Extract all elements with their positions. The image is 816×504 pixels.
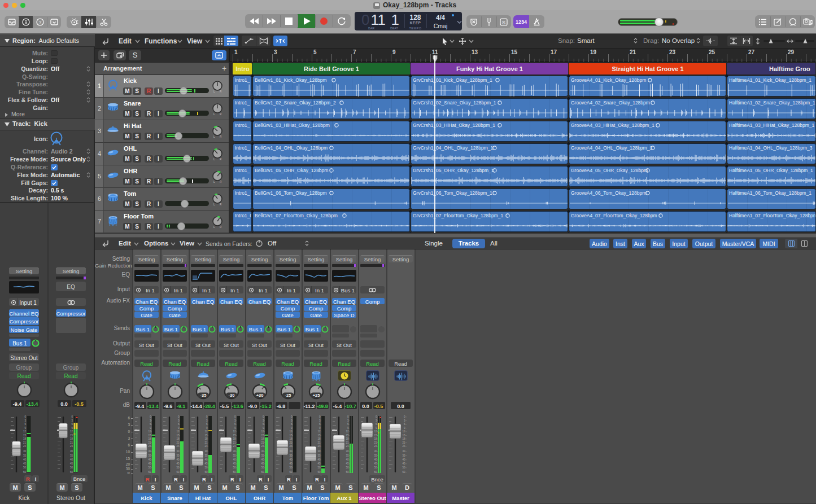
- svg-text:21: 21: [374, 441, 377, 444]
- svg-text:6: 6: [234, 423, 236, 426]
- svg-text:40: 40: [261, 458, 264, 461]
- svg-text:0: 0: [376, 415, 377, 418]
- svg-text:45: 45: [289, 462, 293, 465]
- svg-text:60: 60: [402, 471, 405, 474]
- svg-text:60: 60: [233, 471, 236, 474]
- svg-text:18: 18: [346, 437, 349, 440]
- svg-text:40: 40: [402, 458, 405, 461]
- svg-text:9: 9: [150, 427, 151, 430]
- svg-text:15: 15: [374, 434, 377, 437]
- svg-text:6: 6: [319, 423, 321, 426]
- svg-text:9: 9: [376, 427, 377, 430]
- svg-text:15: 15: [261, 434, 264, 437]
- svg-text:L: L: [213, 181, 215, 183]
- svg-text:3: 3: [71, 419, 73, 422]
- svg-text:30: 30: [70, 450, 73, 453]
- svg-text:12: 12: [23, 430, 27, 433]
- svg-text:9: 9: [71, 427, 73, 430]
- svg-text:50: 50: [402, 466, 405, 469]
- svg-text:35: 35: [23, 454, 27, 457]
- svg-text:6: 6: [150, 423, 151, 426]
- svg-text:6: 6: [24, 423, 26, 426]
- svg-text:24: 24: [204, 445, 208, 448]
- svg-text:18: 18: [374, 437, 377, 440]
- svg-text:45: 45: [23, 462, 27, 465]
- svg-text:9: 9: [319, 427, 321, 430]
- svg-text:18: 18: [148, 437, 151, 440]
- svg-text:50: 50: [70, 466, 73, 469]
- svg-text:R: R: [220, 181, 222, 183]
- svg-text:12: 12: [176, 430, 180, 433]
- svg-text:24: 24: [233, 445, 236, 448]
- svg-text:60: 60: [176, 471, 180, 474]
- svg-text:60: 60: [289, 471, 293, 474]
- svg-text:3: 3: [178, 419, 180, 422]
- svg-text:18: 18: [317, 437, 321, 440]
- svg-text:15: 15: [176, 434, 180, 437]
- svg-text:30: 30: [233, 450, 236, 453]
- svg-text:9: 9: [178, 427, 180, 430]
- svg-text:12: 12: [317, 430, 321, 433]
- svg-text:45: 45: [148, 462, 151, 465]
- svg-text:35: 35: [148, 454, 151, 457]
- svg-text:15: 15: [402, 434, 405, 437]
- svg-text:L: L: [213, 113, 215, 116]
- svg-text:24: 24: [176, 445, 180, 448]
- svg-text:18: 18: [70, 437, 73, 440]
- svg-text:40: 40: [148, 458, 151, 461]
- svg-text:35: 35: [402, 454, 405, 457]
- svg-text:30: 30: [374, 450, 377, 453]
- svg-text:12: 12: [148, 430, 151, 433]
- svg-text:0: 0: [24, 415, 26, 418]
- svg-text:24: 24: [402, 445, 405, 448]
- svg-text:9: 9: [347, 427, 349, 430]
- svg-text:0: 0: [291, 415, 293, 418]
- svg-text:18: 18: [176, 437, 180, 440]
- svg-text:R: R: [220, 226, 222, 229]
- svg-text:21: 21: [204, 441, 208, 444]
- svg-text:35: 35: [317, 454, 321, 457]
- svg-text:45: 45: [261, 462, 264, 465]
- svg-text:3: 3: [319, 419, 321, 422]
- svg-text:35: 35: [261, 454, 264, 457]
- svg-text:L: L: [213, 90, 215, 93]
- svg-text:45: 45: [374, 462, 377, 465]
- svg-text:15: 15: [23, 434, 27, 437]
- svg-text:21: 21: [289, 441, 293, 444]
- svg-text:35: 35: [346, 454, 349, 457]
- svg-text:6: 6: [291, 423, 293, 426]
- svg-text:9: 9: [263, 427, 264, 430]
- svg-text:21: 21: [23, 441, 27, 444]
- svg-text:18: 18: [289, 437, 293, 440]
- svg-text:0: 0: [206, 415, 208, 418]
- svg-text:60: 60: [346, 471, 349, 474]
- svg-text:50: 50: [261, 466, 264, 469]
- svg-text:3: 3: [24, 419, 26, 422]
- svg-text:21: 21: [261, 441, 264, 444]
- svg-text:60: 60: [317, 471, 321, 474]
- svg-text:6: 6: [206, 423, 208, 426]
- svg-text:30: 30: [317, 450, 321, 453]
- svg-text:15: 15: [317, 434, 321, 437]
- svg-text:6: 6: [347, 423, 349, 426]
- svg-text:35: 35: [176, 454, 180, 457]
- svg-text:24: 24: [148, 445, 151, 448]
- svg-text:15: 15: [148, 434, 151, 437]
- svg-text:0: 0: [234, 415, 236, 418]
- svg-text:40: 40: [374, 458, 377, 461]
- svg-text:6: 6: [404, 423, 405, 426]
- svg-text:9: 9: [24, 427, 26, 430]
- svg-text:0: 0: [263, 415, 264, 418]
- svg-text:9: 9: [291, 427, 293, 430]
- svg-text:45: 45: [233, 462, 236, 465]
- svg-text:45: 45: [346, 462, 349, 465]
- svg-text:24: 24: [346, 445, 349, 448]
- svg-text:3: 3: [263, 419, 264, 422]
- svg-text:3: 3: [291, 419, 293, 422]
- svg-text:35: 35: [289, 454, 293, 457]
- svg-text:45: 45: [402, 462, 405, 465]
- svg-text:6: 6: [178, 423, 180, 426]
- svg-text:30: 30: [346, 450, 349, 453]
- svg-text:60: 60: [261, 471, 264, 474]
- svg-text:21: 21: [70, 441, 73, 444]
